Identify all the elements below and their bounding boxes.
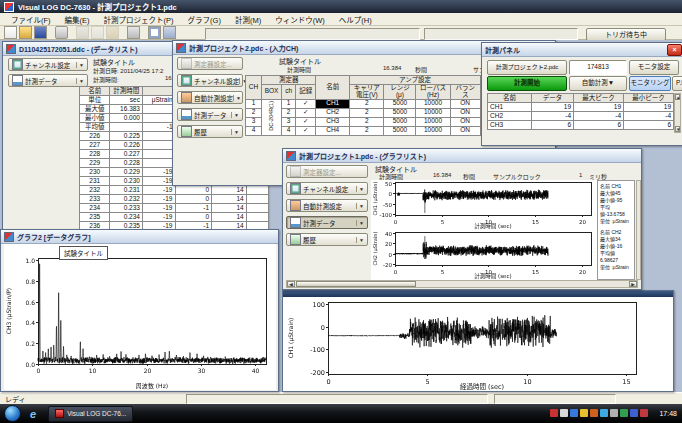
scroll-thumb[interactable] [296,281,416,287]
monitor-row[interactable]: CH3666 [488,121,674,130]
channel-name-cell[interactable]: CH3 [316,117,350,126]
measure-time-label: 計測時間: [93,75,119,84]
print-icon[interactable] [127,26,140,39]
browser-icon[interactable]: e [30,408,36,420]
tray-icon[interactable] [570,409,578,417]
save-icon[interactable] [34,26,47,39]
table-cell: -1 [175,204,212,213]
start-measure-button[interactable]: 計測開始 [487,76,567,91]
table-cell: -19 [142,168,175,177]
scroll-up-button[interactable]: ▲ [675,94,680,100]
sidebar-item-2[interactable]: チャンネル設定▼ [286,182,368,195]
new-file-icon[interactable] [4,26,17,39]
chevron-down-icon[interactable]: ▼ [76,78,86,84]
fft-chart-canvas [4,244,276,390]
window-titlebar[interactable]: 計測プロジェクト1.pdc - (グラフリスト) [283,149,641,163]
sidebar-item-1[interactable]: チャンネル設定▼ [8,58,88,71]
project-select-button[interactable]: 計測プロジェクト2.pdc [487,60,567,75]
record-check-cell[interactable]: ✓ [296,99,316,108]
sidebar-item-3[interactable]: 自動計測設定▼ [286,199,368,212]
chevron-down-icon[interactable]: ▼ [356,220,366,226]
tray-icon[interactable] [560,409,568,417]
tray-icon[interactable] [620,409,628,417]
table-cell: 4 [282,126,296,135]
record-check-cell[interactable]: ✓ [296,108,316,117]
scroll-left-button[interactable]: ◀ [287,281,295,287]
sidebar-item-5[interactable]: 履歴▼ [177,125,243,138]
table-row[interactable]: 2350.234-19014 [80,213,269,222]
tray-icon[interactable] [640,409,648,417]
chevron-down-icon[interactable]: ▼ [76,62,86,68]
menu-item[interactable]: グラフ(G) [181,13,228,26]
start-button[interactable] [4,405,21,422]
menu-item[interactable]: ファイル(F) [4,13,58,26]
tray-icon[interactable] [630,409,638,417]
chevron-down-icon[interactable]: ▼ [356,186,366,192]
chevron-down-icon[interactable]: ▼ [356,203,366,209]
vertical-scrollbar[interactable] [636,180,641,280]
scroll-down-button[interactable]: ▼ [675,126,680,132]
sidebar-item-5[interactable]: 履歴▼ [286,233,368,246]
data-graph-window: グラフ2 [データグラフ] 試験タイトル [0,229,279,392]
window-tile-icon[interactable] [148,26,161,39]
pr-button[interactable]: P.R [672,76,682,91]
close-icon[interactable]: × [667,44,682,56]
sidebar-item-2[interactable]: 計測データ▼ [8,74,88,87]
window-titlebar[interactable] [283,291,673,297]
channel-name-cell[interactable]: CH2 [316,108,350,117]
menu-item[interactable]: 計測(M) [228,13,268,26]
tray-icon[interactable] [610,409,618,417]
sidebar-item-label: チャンネル設定 [303,184,348,194]
monitor-settings-button[interactable]: モニタ設定 [629,60,679,75]
chevron-down-icon[interactable]: ▼ [231,129,241,135]
window-titlebar[interactable]: 計測パネル × [482,43,682,57]
menu-item[interactable]: ヘルプ(H) [332,13,379,26]
channel-name-cell[interactable]: CH1 [316,99,350,108]
trigger-status-indicator[interactable]: トリガ待ち中 [586,28,666,41]
window-titlebar[interactable]: グラフ2 [データグラフ] [1,230,278,244]
table-cell: ON [450,99,480,108]
table-cell: 2 [350,99,384,108]
table-cell: -1 [142,123,175,132]
table-cell: 19 [574,103,624,112]
open-file-icon[interactable] [19,26,32,39]
app-titlebar[interactable]: Visual LOG DC-7630 - 計測プロジェクト1.pdc [0,0,682,13]
auto-measure-icon [290,200,301,211]
tray-icon[interactable] [580,409,588,417]
window-save-icon[interactable] [163,26,176,39]
menu-item[interactable]: 編集(E) [58,13,97,26]
table-cell: 232 [80,186,110,195]
monitoring-button[interactable]: モニタリング [629,76,671,91]
sidebar-item-3[interactable]: 自動計測設定▼ [177,91,243,104]
table-row[interactable]: 2320.231-19014 [80,186,269,195]
sidebar-item-4[interactable]: 計測データ▼ [177,108,243,121]
menu-item[interactable]: ウィンドウ(W) [268,13,332,26]
auto-measure-button[interactable]: 自動計測▼ [569,76,627,91]
menu-item[interactable]: 計測プロジェクト(P) [97,13,181,26]
sidebar-item-4[interactable]: 計測データ▼ [286,216,368,229]
record-check-cell[interactable]: ✓ [296,126,316,135]
horizontal-scrollbar[interactable]: ◀ ▶ [286,280,638,288]
record-check-cell[interactable]: ✓ [296,117,316,126]
tray-icon[interactable] [550,409,558,417]
graph-icon [4,232,14,242]
taskbar-app-button[interactable]: Visual LOG DC-76... [48,406,133,422]
tray-icon[interactable] [590,409,598,417]
tray-icon[interactable] [600,409,608,417]
table-cell: 14 [212,195,247,204]
taskbar-clock[interactable]: 17:48 [659,410,677,417]
lock-icon[interactable] [55,26,68,39]
scroll-right-button[interactable]: ▶ [629,281,637,287]
vertical-scrollbar[interactable]: ▲ ▼ [674,93,681,133]
channel-name-cell[interactable]: CH4 [316,126,350,135]
chevron-down-icon[interactable]: ▼ [356,237,366,243]
taskbar: e Visual LOG DC-76... 17:48 [0,404,682,423]
table-row[interactable]: 2330.232-19014 [80,195,269,204]
monitor-row[interactable]: CH1191919 [488,103,674,112]
table-row[interactable]: 2340.233-19-114 [80,204,269,213]
monitor-row[interactable]: CH2-4-4-4 [488,112,674,121]
column-header: 最大ピーク [574,94,624,103]
chevron-down-icon[interactable]: ▼ [231,112,241,118]
sidebar-item-2[interactable]: チャンネル設定▼ [177,74,243,87]
chevron-down-icon[interactable]: ▼ [233,95,243,101]
